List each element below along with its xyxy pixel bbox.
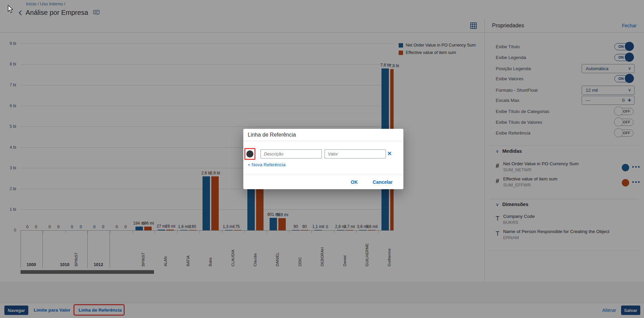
- dialog-title: Linha de Referência: [243, 129, 403, 141]
- mouse-cursor: [7, 5, 13, 15]
- nova-referencia-link[interactable]: + Nova Referência: [248, 162, 285, 167]
- app-window: Início / Uso Interno / Análise por Empre…: [0, 0, 644, 318]
- descricao-input[interactable]: [260, 149, 322, 158]
- annotation-highlight-box: [244, 148, 255, 160]
- delete-reference-icon[interactable]: ✕: [387, 150, 392, 157]
- linha-de-referencia-dialog: Linha de Referência ✕ + Nova Referência …: [243, 129, 403, 189]
- cancelar-button[interactable]: Cancelar: [373, 179, 393, 185]
- ok-button[interactable]: OK: [351, 179, 358, 185]
- valor-input[interactable]: [325, 149, 386, 158]
- reference-color-swatch[interactable]: [246, 150, 253, 157]
- dialog-footer: OK Cancelar: [243, 175, 403, 189]
